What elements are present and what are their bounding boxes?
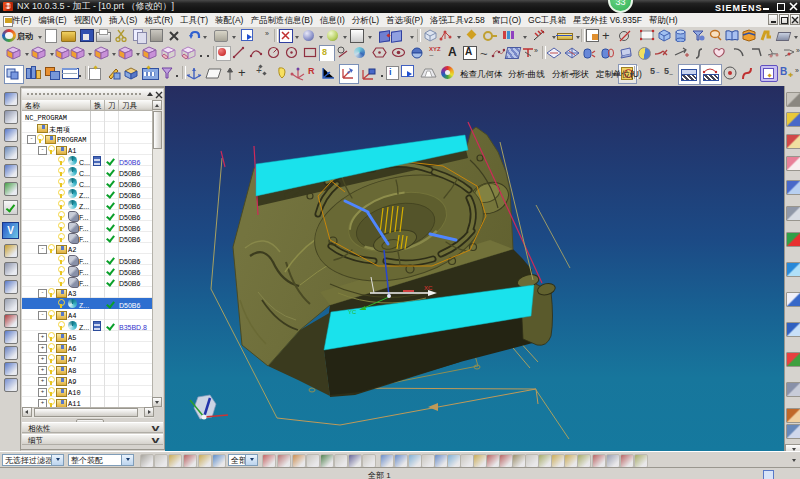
svg-text:YC: YC [348, 309, 357, 315]
svg-text:XC: XC [424, 285, 433, 291]
